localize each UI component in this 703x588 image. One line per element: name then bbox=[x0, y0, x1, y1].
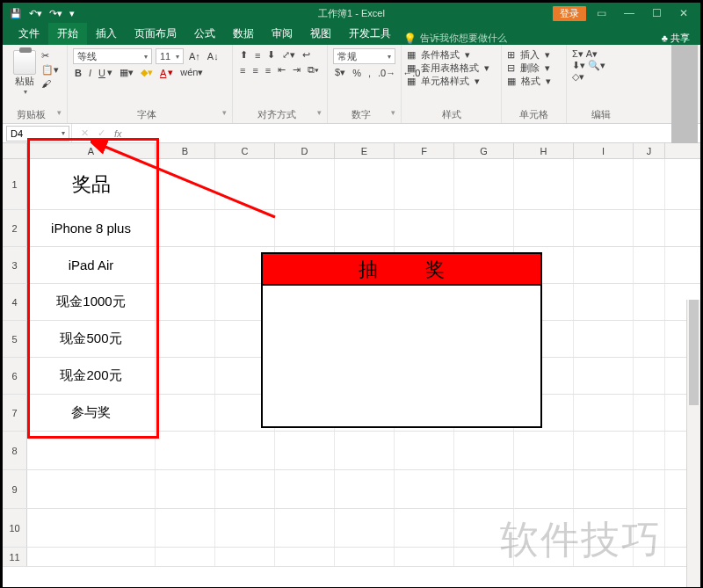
col-header-E[interactable]: E bbox=[335, 143, 395, 158]
phonetic-button[interactable]: wén▾ bbox=[178, 66, 205, 79]
cell-A5[interactable]: 现金500元 bbox=[27, 321, 156, 357]
col-header-H[interactable]: H bbox=[514, 143, 574, 158]
row-header-11[interactable]: 11 bbox=[3, 548, 27, 566]
shrink-font-icon[interactable]: A↓ bbox=[206, 50, 221, 62]
autosum-button[interactable]: Σ▾ A▾ bbox=[572, 48, 630, 60]
close-icon[interactable]: ✕ bbox=[672, 7, 695, 19]
tab-insert[interactable]: 插入 bbox=[87, 23, 126, 45]
share-button[interactable]: ♣ 共享 bbox=[662, 32, 690, 45]
col-header-J[interactable]: J bbox=[634, 143, 665, 158]
enter-formula-icon[interactable]: ✓ bbox=[98, 127, 105, 139]
fill-color-button[interactable]: ◆▾ bbox=[139, 66, 155, 79]
lottery-header: 抽 奖 bbox=[263, 254, 540, 286]
cell-A2[interactable]: iPhone 8 plus bbox=[27, 210, 156, 246]
tab-dev[interactable]: 开发工具 bbox=[340, 23, 400, 45]
border-button[interactable]: ▦▾ bbox=[118, 66, 135, 79]
col-header-I[interactable]: I bbox=[574, 143, 634, 158]
insert-cells-button[interactable]: ⊞ 插入▾ bbox=[507, 48, 561, 62]
cell-A4[interactable]: 现金1000元 bbox=[27, 284, 156, 320]
delete-cells-button[interactable]: ⊟ 删除▾ bbox=[507, 62, 561, 75]
save-icon[interactable]: 💾 bbox=[10, 8, 22, 19]
align-bottom-icon[interactable]: ⬇ bbox=[265, 48, 277, 62]
tab-home[interactable]: 开始 bbox=[48, 23, 87, 45]
italic-button[interactable]: I bbox=[87, 67, 93, 79]
align-left-icon[interactable]: ≡ bbox=[238, 64, 247, 76]
inc-decimal-icon[interactable]: .0→ bbox=[376, 67, 397, 79]
row-header-2[interactable]: 2 bbox=[3, 210, 27, 246]
indent-inc-icon[interactable]: ⇥ bbox=[291, 63, 302, 76]
minimize-icon[interactable]: — bbox=[617, 7, 641, 19]
title-bar: 💾 ↶▾ ↷▾ ▾ 工作簿1 - Excel 登录 ▭ — ☐ ✕ bbox=[3, 3, 700, 24]
vertical-scrollbar[interactable] bbox=[686, 300, 700, 587]
redo-icon[interactable]: ↷▾ bbox=[49, 8, 62, 19]
bulb-icon: 💡 bbox=[403, 33, 417, 45]
qat-more-icon[interactable]: ▾ bbox=[69, 8, 75, 19]
clear-button[interactable]: ◇▾ bbox=[572, 71, 630, 83]
col-header-C[interactable]: C bbox=[215, 143, 275, 158]
row-header-1[interactable]: 1 bbox=[3, 159, 27, 209]
cell-A6[interactable]: 现金200元 bbox=[27, 358, 156, 394]
align-top-icon[interactable]: ⬆ bbox=[238, 48, 250, 62]
row-header-7[interactable]: 7 bbox=[3, 395, 27, 431]
cancel-formula-icon[interactable]: ✕ bbox=[81, 127, 89, 139]
percent-icon[interactable]: % bbox=[351, 67, 363, 79]
tab-formulas[interactable]: 公式 bbox=[185, 23, 224, 45]
align-middle-icon[interactable]: ≡ bbox=[253, 49, 262, 62]
row-header-10[interactable]: 10 bbox=[3, 509, 27, 547]
wrap-text-icon[interactable]: ↩ bbox=[301, 48, 312, 62]
orientation-icon[interactable]: ⤢▾ bbox=[280, 48, 297, 62]
number-format[interactable]: 常规▾ bbox=[333, 48, 395, 64]
font-color-button[interactable]: A▾ bbox=[158, 66, 175, 79]
merge-icon[interactable]: ⧉▾ bbox=[306, 63, 321, 76]
copy-icon[interactable]: 📋▾ bbox=[41, 64, 59, 76]
format-table-button[interactable]: ▦ 套用表格格式▾ bbox=[407, 62, 496, 75]
fx-icon[interactable]: fx bbox=[114, 128, 122, 139]
row-header-3[interactable]: 3 bbox=[3, 247, 27, 283]
format-cells-button[interactable]: ▦ 格式▾ bbox=[507, 75, 561, 88]
tab-data[interactable]: 数据 bbox=[224, 23, 263, 45]
bold-button[interactable]: B bbox=[73, 67, 83, 79]
tell-me[interactable]: 💡告诉我你想要做什么 bbox=[403, 32, 507, 45]
tab-review[interactable]: 审阅 bbox=[263, 23, 301, 45]
cell-styles-button[interactable]: ▦ 单元格样式▾ bbox=[407, 75, 496, 88]
font-size[interactable]: 11▾ bbox=[156, 48, 184, 64]
align-right-icon[interactable]: ≡ bbox=[264, 64, 272, 76]
col-header-D[interactable]: D bbox=[275, 143, 335, 158]
col-header-A[interactable]: A bbox=[27, 143, 156, 158]
comma-icon[interactable]: , bbox=[366, 67, 373, 79]
fill-button[interactable]: ⬇▾ 🔍▾ bbox=[572, 60, 630, 71]
tab-view[interactable]: 视图 bbox=[301, 23, 340, 45]
format-painter-icon[interactable]: 🖌 bbox=[41, 78, 59, 89]
row-header-6[interactable]: 6 bbox=[3, 358, 27, 394]
login-badge[interactable]: 登录 bbox=[553, 6, 586, 21]
tab-file[interactable]: 文件 bbox=[10, 23, 48, 45]
cell-A7[interactable]: 参与奖 bbox=[27, 395, 156, 431]
paste-button[interactable]: 粘贴 ▾ bbox=[8, 48, 41, 98]
lottery-box: 抽 奖 bbox=[261, 252, 542, 428]
select-all-corner[interactable] bbox=[3, 143, 27, 158]
align-center-icon[interactable]: ≡ bbox=[250, 64, 259, 76]
cell-A1[interactable]: 奖品 bbox=[27, 159, 156, 209]
cell-A3[interactable]: iPad Air bbox=[27, 247, 156, 283]
ribbon-options-icon[interactable]: ▭ bbox=[590, 7, 613, 19]
row-header-9[interactable]: 9 bbox=[3, 470, 27, 508]
tab-layout[interactable]: 页面布局 bbox=[126, 23, 185, 45]
undo-icon[interactable]: ↶▾ bbox=[29, 8, 42, 19]
row-header-8[interactable]: 8 bbox=[3, 432, 27, 469]
formula-input[interactable] bbox=[131, 126, 681, 142]
grow-font-icon[interactable]: A↑ bbox=[187, 50, 202, 62]
underline-button[interactable]: U▾ bbox=[97, 66, 114, 79]
currency-icon[interactable]: $▾ bbox=[333, 66, 347, 79]
col-header-B[interactable]: B bbox=[156, 143, 215, 158]
name-box[interactable]: D4▾ bbox=[6, 126, 69, 142]
row-header-5[interactable]: 5 bbox=[3, 321, 27, 357]
font-name[interactable]: 等线▾ bbox=[73, 48, 152, 64]
cut-icon[interactable]: ✂ bbox=[41, 50, 59, 62]
col-header-G[interactable]: G bbox=[454, 143, 514, 158]
indent-dec-icon[interactable]: ⇤ bbox=[276, 63, 287, 76]
ribbon-tabs: 文件 开始 插入 页面布局 公式 数据 审阅 视图 开发工具 💡告诉我你想要做什… bbox=[3, 24, 700, 45]
maximize-icon[interactable]: ☐ bbox=[645, 7, 669, 19]
row-header-4[interactable]: 4 bbox=[3, 284, 27, 320]
col-header-F[interactable]: F bbox=[395, 143, 454, 158]
conditional-format-button[interactable]: ▦ 条件格式▾ bbox=[407, 48, 496, 62]
